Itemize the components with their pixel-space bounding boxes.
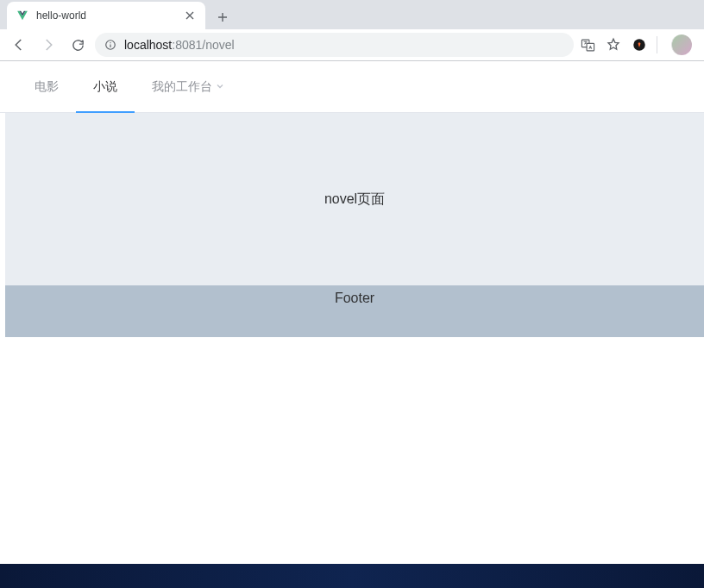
bookmark-star-icon[interactable] [605, 36, 622, 53]
nav-item-workspace[interactable]: 我的工作台 [135, 61, 242, 113]
back-button[interactable] [7, 33, 31, 57]
close-icon[interactable] [183, 9, 197, 22]
footer: Footer [5, 285, 704, 337]
browser-toolbar: localhost:8081/novel [0, 29, 704, 60]
tab-bar: hello-world [0, 0, 704, 29]
vue-favicon [16, 9, 29, 22]
new-tab-button[interactable] [211, 5, 235, 29]
nav-item-movie[interactable]: 电影 [17, 61, 76, 113]
os-taskbar [0, 564, 704, 588]
address-bar[interactable]: localhost:8081/novel [95, 33, 574, 57]
profile-avatar[interactable] [671, 34, 692, 55]
nav-label: 小说 [93, 79, 117, 95]
svg-point-1 [110, 42, 110, 43]
site-info-icon[interactable] [104, 38, 117, 52]
url-text: localhost:8081/novel [124, 38, 235, 52]
page-content: 电影 小说 我的工作台 novel页面 Footer [0, 61, 704, 337]
toolbar-right [579, 34, 697, 55]
forward-button[interactable] [36, 33, 60, 57]
toolbar-divider [657, 36, 657, 53]
reload-button[interactable] [66, 33, 90, 57]
url-path: /novel [202, 38, 234, 52]
svg-rect-3 [587, 43, 594, 51]
nav-label: 电影 [35, 79, 59, 95]
chevron-down-icon [216, 81, 224, 93]
tab-title: hello-world [36, 9, 176, 22]
main-content: novel页面 [5, 113, 704, 285]
translate-icon[interactable] [579, 36, 596, 53]
url-host: localhost [124, 38, 172, 52]
url-port: :8081 [172, 38, 202, 52]
extension-icon[interactable] [631, 36, 648, 53]
nav-item-novel[interactable]: 小说 [76, 61, 135, 113]
footer-text: Footer [335, 291, 374, 306]
main-text: novel页面 [324, 191, 385, 209]
browser-tab[interactable]: hello-world [7, 2, 205, 29]
nav-tabs: 电影 小说 我的工作台 [0, 61, 704, 113]
browser-chrome: hello-world localhost:8081/novel [0, 0, 704, 61]
nav-label: 我的工作台 [152, 79, 212, 95]
